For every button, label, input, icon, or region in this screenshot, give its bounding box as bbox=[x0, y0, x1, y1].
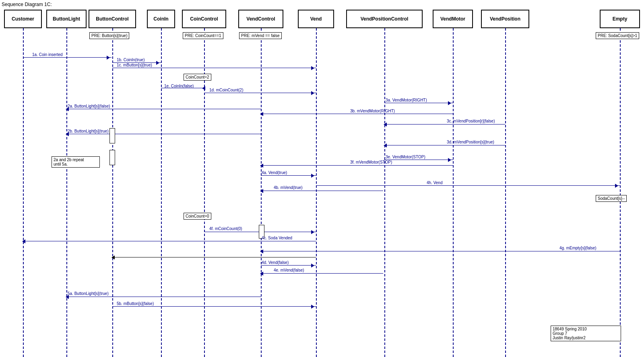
arrow-4c-head bbox=[20, 239, 25, 243]
arrow-4e-head bbox=[258, 272, 263, 276]
lifeline-vend: Vend bbox=[298, 10, 334, 28]
lifeline-line-vendposition bbox=[505, 28, 506, 357]
arrow-3e bbox=[384, 160, 453, 160]
arrow-2b-line bbox=[66, 134, 261, 134]
label-4d: 4d. Vend(false) bbox=[262, 260, 289, 265]
label-4f: 4f. mCoinCount(0) bbox=[209, 226, 242, 231]
arrow-1d bbox=[204, 93, 316, 93]
diagram-container: Sequence Diagram 1C: Customer ButtonLigh… bbox=[0, 0, 644, 357]
label-2b: 2b. ButtonLight[s](true) bbox=[68, 129, 109, 133]
note-repeat: 2a and 2b repeatuntil 5a. bbox=[52, 156, 100, 168]
label-3e: 3e. VendMotor(STOP) bbox=[386, 155, 425, 159]
arrow-1e-line bbox=[161, 88, 204, 88]
arrow-1a bbox=[23, 57, 111, 58]
arrow-return-buttoncontrol-head bbox=[109, 255, 115, 259]
arrow-4c-line bbox=[23, 241, 316, 241]
diagram-title: Sequence Diagram 1C: bbox=[2, 2, 52, 7]
label-3d: 3d. mVendPosition[s](true) bbox=[447, 140, 494, 144]
arrow-3c-head bbox=[382, 122, 387, 127]
arrow-4a bbox=[261, 175, 316, 176]
label-1c: 1c. mButton[s](true) bbox=[117, 63, 152, 67]
label-3b: 3b. mVendMotor(RIGHT) bbox=[350, 109, 395, 113]
lifeline-line-coinin bbox=[161, 28, 162, 357]
activation-buttoncontrol-2b bbox=[109, 150, 115, 165]
note-pre-mvend: PRE: mVend == false bbox=[239, 32, 282, 39]
label-5b: 5b. mButton[s](false) bbox=[117, 301, 154, 306]
activation-buttoncontrol-2a bbox=[109, 128, 115, 143]
arrow-3f-line bbox=[261, 165, 453, 166]
arrow-1e-head bbox=[200, 86, 205, 90]
arrow-1c bbox=[112, 68, 316, 68]
lifeline-vendmotor: VendMotor bbox=[433, 10, 473, 28]
lifeline-buttoncontrol: ButtonControl bbox=[89, 10, 136, 28]
label-1b: 1b. CoinIn(true) bbox=[117, 58, 144, 62]
label-3a: 3a. VendMotor(RIGHT) bbox=[386, 98, 427, 102]
label-4e: 4e. mVend(false) bbox=[274, 268, 304, 272]
arrow-3b-head bbox=[258, 112, 263, 116]
note-pre-sodacount: PRE: SodaCount[s]>1 bbox=[596, 32, 639, 39]
arrow-4h bbox=[316, 185, 620, 186]
lifeline-line-customer bbox=[23, 28, 24, 357]
lifeline-coincontrol: CoinControl bbox=[182, 10, 226, 28]
lifeline-buttonlight: ButtonLight bbox=[46, 10, 87, 28]
lifeline-line-buttonlight bbox=[66, 28, 67, 357]
note-pre-button: PRE: Button[s](true) bbox=[89, 32, 129, 39]
lifeline-line-buttoncontrol bbox=[112, 28, 113, 357]
note-coincount2: CoinCount=2 bbox=[184, 74, 211, 81]
label-1a: 1a. Coin inserted bbox=[32, 52, 63, 57]
arrow-4g-line bbox=[261, 251, 620, 251]
arrow-4d bbox=[261, 265, 316, 266]
label-4h: 4h. Vend bbox=[427, 181, 442, 185]
label-5a: 5a. ButtonLight[s](true) bbox=[68, 291, 109, 296]
note-attribution: 18649 Spring 2010Group 7Justin Ray/justi… bbox=[551, 326, 621, 341]
label-3f: 3f. mVendMotor(STOP) bbox=[350, 160, 392, 164]
lifeline-line-empty bbox=[620, 28, 621, 357]
lifeline-customer: Customer bbox=[4, 10, 42, 28]
note-coincount0: CoinCount=0 bbox=[184, 213, 211, 220]
lifeline-line-vendpositioncontrol bbox=[384, 28, 385, 357]
lifeline-vendcontrol: VendControl bbox=[238, 10, 283, 28]
lifeline-coinin: CoinIn bbox=[147, 10, 175, 28]
arrow-4b-line bbox=[261, 191, 383, 191]
note-pre-coincount: PRE: CoinCount==1 bbox=[183, 32, 223, 39]
label-1d: 1d. mCoinCount(2) bbox=[209, 88, 243, 92]
label-4g: 4g. mEmpty[s](false) bbox=[559, 246, 597, 250]
arrow-2a-line bbox=[66, 109, 261, 109]
label-2a: 2a. ButtonLight[s](false) bbox=[68, 104, 110, 108]
note-sodacount-dec: SodaCount[s]-- bbox=[596, 195, 627, 202]
arrow-5a-line bbox=[66, 297, 261, 297]
arrow-3d-head bbox=[382, 143, 387, 147]
arrow-4g-head bbox=[258, 249, 263, 253]
lifeline-empty: Empty bbox=[600, 10, 640, 28]
arrow-3f-head bbox=[258, 164, 263, 168]
lifeline-line-vendmotor bbox=[453, 28, 454, 357]
label-4c: 4c. Soda Vended bbox=[262, 236, 292, 240]
lifeline-vendposition: VendPosition bbox=[481, 10, 529, 28]
arrow-4b-head bbox=[258, 189, 263, 193]
arrow-return-buttoncontrol bbox=[112, 257, 316, 257]
arrow-3c-line bbox=[384, 124, 505, 125]
label-3c: 3c. mVendPosition[r](false) bbox=[447, 119, 495, 123]
arrow-3a bbox=[384, 103, 453, 103]
arrow-3b-line bbox=[261, 114, 453, 114]
lifeline-vendpositioncontrol: VendPositionControl bbox=[346, 10, 423, 28]
label-4a: 4a. Vend(true) bbox=[262, 170, 287, 175]
arrow-3d-line bbox=[384, 145, 505, 145]
arrow-5b bbox=[112, 306, 316, 307]
label-4b: 4b. mVend(true) bbox=[274, 185, 303, 190]
arrow-4e-line bbox=[261, 273, 383, 274]
